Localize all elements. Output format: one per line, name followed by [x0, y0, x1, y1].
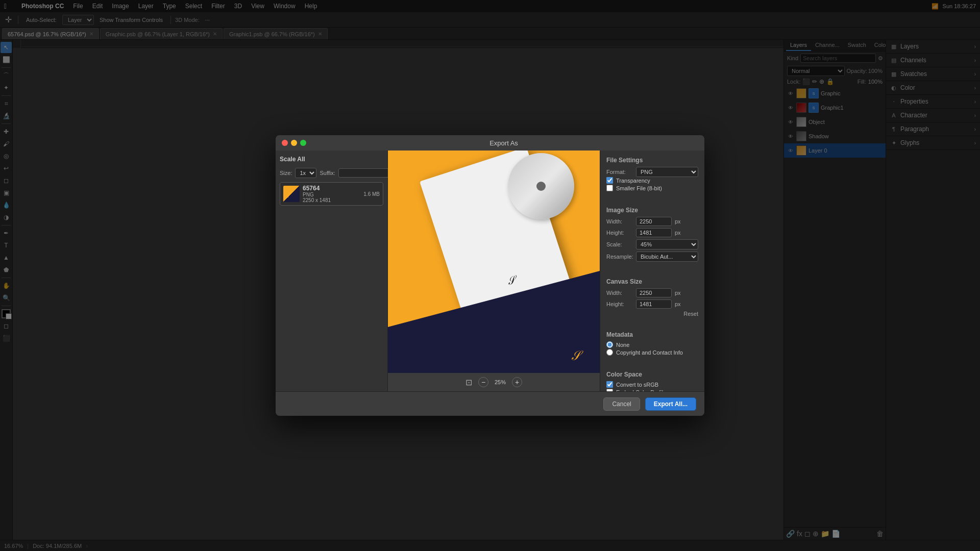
- dialog-overlay: Export As Scale All Size: 1x 2x 3x Suffi…: [0, 0, 980, 551]
- canvas-height-unit: px: [675, 301, 681, 307]
- transparency-label: Transparency: [616, 178, 650, 184]
- metadata-copyright-radio[interactable]: [606, 349, 613, 356]
- format-select[interactable]: PNG JPG GIF SVG WebP: [636, 167, 698, 177]
- canvas-width-input[interactable]: 2250: [636, 288, 672, 297]
- color-space-section: Color Space Convert to sRGB Embed Color …: [606, 371, 698, 391]
- image-size-section: Image Size Width: 2250 px Height: 1481 p…: [606, 207, 698, 264]
- scale-all-header: Scale All: [280, 155, 383, 164]
- file-settings-section: File Settings Format: PNG JPG GIF SVG We…: [606, 157, 698, 192]
- cancel-button[interactable]: Cancel: [603, 397, 640, 411]
- image-height-unit: px: [675, 230, 681, 236]
- resample-row: Resample: Bicubic Aut... Bicubic Bilinea…: [606, 252, 698, 262]
- canvas-size-section: Canvas Size Width: 2250 px Height: 1481 …: [606, 278, 698, 317]
- image-height-input[interactable]: 1481: [636, 228, 672, 237]
- canvas-width-label: Width:: [606, 290, 633, 296]
- dialog-preview: 𝒮 𝒮: [388, 151, 600, 391]
- convert-srgb-label: Convert to sRGB: [616, 382, 658, 388]
- preview-cd-hole: [536, 182, 546, 191]
- file-item[interactable]: 65764 PNG 2250 x 1481 1.6 MB: [280, 182, 383, 206]
- zoom-in-btn[interactable]: +: [512, 377, 522, 387]
- color-space-title: Color Space: [606, 371, 698, 378]
- preview-toolbar: ⊡ − 25% +: [388, 373, 600, 391]
- canvas-width-unit: px: [675, 290, 681, 296]
- size-suffix-row: Size: 1x 2x 3x Suffix: +: [280, 168, 383, 178]
- dialog-maximize-btn[interactable]: [300, 140, 306, 146]
- canvas-height-row: Height: 1481 px: [606, 299, 698, 309]
- canvas-height-label: Height:: [606, 301, 633, 307]
- smaller-file-row: Smaller File (8-bit): [606, 185, 698, 191]
- size-select[interactable]: 1x 2x 3x: [295, 168, 316, 178]
- preview-cd-element: [508, 153, 574, 219]
- image-width-label: Width:: [606, 218, 633, 224]
- image-width-unit: px: [675, 218, 681, 224]
- file-dims: 2250 x 1481: [303, 197, 360, 203]
- transparency-row: Transparency: [606, 177, 698, 184]
- preview-dark-logo: 𝒮: [570, 348, 580, 363]
- dialog-footer: Cancel Export All...: [276, 391, 704, 416]
- scale-row: Scale: 25% 45% 50% 100%: [606, 239, 698, 249]
- preview-fit-icon[interactable]: ⊡: [465, 378, 472, 387]
- image-width-input[interactable]: 2250: [636, 217, 672, 226]
- dialog-title: Export As: [309, 139, 698, 147]
- metadata-copyright-label: Copyright and Contact Info: [616, 349, 683, 356]
- resample-label: Resample:: [606, 254, 633, 260]
- file-name: 65764: [303, 185, 360, 192]
- scale-select[interactable]: 25% 45% 50% 100%: [636, 239, 698, 249]
- export-all-button[interactable]: Export All...: [645, 397, 696, 411]
- zoom-out-btn[interactable]: −: [478, 377, 488, 387]
- smaller-file-label: Smaller File (8-bit): [616, 185, 662, 191]
- preview-container: 𝒮 𝒮: [388, 151, 600, 391]
- metadata-copyright-row: Copyright and Contact Info: [606, 349, 698, 356]
- canvas-width-row: Width: 2250 px: [606, 288, 698, 297]
- reset-canvas-btn[interactable]: Reset: [683, 311, 698, 317]
- metadata-none-label: None: [616, 342, 629, 348]
- image-size-title: Image Size: [606, 207, 698, 214]
- export-as-dialog: Export As Scale All Size: 1x 2x 3x Suffi…: [276, 135, 704, 416]
- format-label: Format:: [606, 169, 633, 175]
- file-settings-title: File Settings: [606, 157, 698, 164]
- convert-srgb-row: Convert to sRGB: [606, 381, 698, 388]
- preview-image-area: 𝒮 𝒮: [388, 151, 600, 391]
- resample-select[interactable]: Bicubic Aut... Bicubic Bilinear Nearest …: [636, 252, 698, 262]
- dialog-minimize-btn[interactable]: [291, 140, 297, 146]
- size-label: Size:: [280, 170, 292, 176]
- metadata-section: Metadata None Copyright and Contact Info: [606, 331, 698, 357]
- convert-srgb-checkbox[interactable]: [606, 381, 613, 388]
- dialog-filelist: Scale All Size: 1x 2x 3x Suffix: +: [276, 151, 388, 391]
- file-type: PNG: [303, 192, 360, 197]
- scale-label: Scale:: [606, 241, 633, 247]
- dialog-titlebar: Export As: [276, 135, 704, 151]
- reset-row: Reset: [606, 311, 698, 317]
- transparency-checkbox[interactable]: [606, 177, 613, 184]
- image-width-row: Width: 2250 px: [606, 217, 698, 226]
- suffix-label: Suffix:: [320, 170, 335, 176]
- dialog-settings: File Settings Format: PNG JPG GIF SVG We…: [600, 151, 704, 391]
- image-height-row: Height: 1481 px: [606, 228, 698, 237]
- image-height-label: Height:: [606, 230, 633, 236]
- metadata-none-radio[interactable]: [606, 341, 613, 348]
- dialog-close-btn[interactable]: [282, 140, 288, 146]
- metadata-none-row: None: [606, 341, 698, 348]
- zoom-percentage: 25%: [495, 379, 506, 385]
- dialog-body: Scale All Size: 1x 2x 3x Suffix: +: [276, 151, 704, 391]
- file-thumbnail: [283, 186, 300, 202]
- canvas-size-title: Canvas Size: [606, 278, 698, 285]
- format-row: Format: PNG JPG GIF SVG WebP: [606, 167, 698, 177]
- canvas-height-input[interactable]: 1481: [636, 299, 672, 309]
- smaller-file-checkbox[interactable]: [606, 185, 613, 191]
- metadata-title: Metadata: [606, 331, 698, 338]
- file-info: 65764 PNG 2250 x 1481: [303, 185, 360, 203]
- file-size: 1.6 MB: [363, 191, 380, 197]
